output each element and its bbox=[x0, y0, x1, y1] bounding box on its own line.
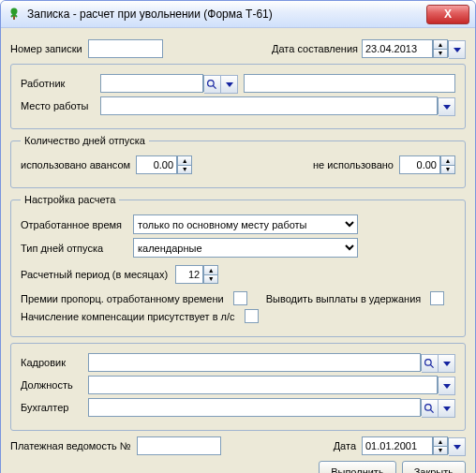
calc-settings-group: Настройка расчета Отработанное время тол… bbox=[10, 194, 466, 337]
period-label: Расчетный период (в месяцах) bbox=[21, 269, 168, 280]
comp-checkbox[interactable] bbox=[245, 309, 259, 323]
record-number-input[interactable] bbox=[88, 39, 163, 58]
bonus-label: Премии пропорц. отработанному времени bbox=[21, 293, 224, 304]
dialog-window: Записка - расчет при увольнении (Форма Т… bbox=[0, 0, 476, 473]
position-dropdown-button[interactable] bbox=[439, 377, 455, 395]
used-advance-spinner[interactable]: ▲▼ bbox=[177, 155, 192, 174]
close-form-button[interactable]: Закрыть bbox=[402, 461, 466, 473]
chevron-down-icon bbox=[443, 384, 451, 389]
calc-settings-legend: Настройка расчета bbox=[21, 194, 119, 205]
svg-point-6 bbox=[425, 404, 432, 410]
workplace-input[interactable] bbox=[100, 96, 438, 115]
used-advance-input[interactable]: 0.00 bbox=[136, 155, 177, 174]
date-spinner[interactable]: ▲▼ bbox=[433, 39, 448, 58]
signers-group: Кадровик Должность Бухгалтер bbox=[10, 343, 466, 431]
footer-date-label: Дата bbox=[334, 440, 356, 451]
worker-dropdown-button[interactable] bbox=[221, 75, 238, 94]
window-title: Записка - расчет при увольнении (Форма Т… bbox=[27, 7, 426, 21]
search-icon bbox=[206, 79, 218, 91]
kadrovik-label: Кадровик bbox=[21, 357, 88, 368]
period-spinner[interactable]: ▲▼ bbox=[203, 265, 218, 284]
unused-input[interactable]: 0.00 bbox=[399, 155, 440, 174]
bonus-checkbox[interactable] bbox=[233, 291, 247, 305]
search-icon bbox=[424, 358, 436, 370]
creation-date-label: Дата составления bbox=[272, 43, 358, 54]
chevron-down-icon bbox=[443, 406, 451, 411]
day-type-select[interactable]: календарные bbox=[133, 238, 358, 258]
position-input[interactable] bbox=[88, 376, 438, 394]
accountant-label: Бухгалтер bbox=[21, 402, 88, 413]
unused-spinner[interactable]: ▲▼ bbox=[440, 155, 455, 174]
chevron-down-icon bbox=[443, 362, 451, 366]
workplace-label: Место работы bbox=[21, 100, 100, 111]
execute-button[interactable]: Выполнить bbox=[319, 461, 395, 473]
period-input[interactable]: 12 bbox=[175, 265, 203, 284]
deductions-checkbox[interactable] bbox=[430, 291, 444, 305]
used-advance-label: использовано авансом bbox=[21, 159, 130, 170]
svg-point-2 bbox=[208, 80, 215, 86]
unused-label: не использовано bbox=[313, 159, 394, 170]
footer-date-input[interactable]: 01.01.2001 bbox=[362, 436, 433, 455]
worked-time-label: Отработанное время bbox=[21, 219, 133, 230]
chevron-down-icon bbox=[443, 105, 451, 110]
workplace-dropdown-button[interactable] bbox=[439, 97, 455, 116]
chevron-down-icon bbox=[226, 82, 233, 87]
search-icon bbox=[424, 403, 436, 415]
worker-label: Работник bbox=[21, 78, 100, 89]
day-type-label: Тип дней отпуска bbox=[21, 243, 133, 254]
vacation-days-legend: Количество дней отпуска bbox=[21, 135, 149, 146]
footer-date-dropdown-button[interactable] bbox=[449, 437, 466, 456]
close-icon: X bbox=[444, 7, 452, 21]
accountant-input[interactable] bbox=[88, 398, 421, 417]
payroll-label: Платежная ведомость № bbox=[10, 440, 131, 451]
position-label: Должность bbox=[21, 379, 88, 391]
svg-line-5 bbox=[430, 364, 433, 367]
payroll-input[interactable] bbox=[137, 436, 221, 455]
svg-line-7 bbox=[430, 409, 433, 412]
svg-point-4 bbox=[425, 359, 432, 365]
chevron-down-icon bbox=[454, 445, 461, 450]
vacation-days-group: Количество дней отпуска использовано ава… bbox=[10, 135, 466, 188]
record-number-label: Номер записки bbox=[10, 43, 82, 54]
comp-label: Начисление компенсации присутствует в л/… bbox=[21, 311, 235, 322]
kadrovik-dropdown-button[interactable] bbox=[439, 354, 455, 373]
form-body: Номер записки Дата составления 23.04.201… bbox=[1, 28, 475, 473]
kadrovik-input[interactable] bbox=[88, 353, 421, 372]
app-icon bbox=[7, 7, 22, 22]
titlebar[interactable]: Записка - расчет при увольнении (Форма Т… bbox=[1, 1, 475, 28]
kadrovik-search-button[interactable] bbox=[422, 354, 439, 373]
accountant-search-button[interactable] bbox=[422, 399, 439, 418]
creation-date-input[interactable]: 23.04.2013 bbox=[362, 39, 433, 58]
date-dropdown-button[interactable] bbox=[449, 40, 466, 59]
worker-lookup-input[interactable] bbox=[100, 74, 203, 93]
accountant-dropdown-button[interactable] bbox=[439, 399, 455, 418]
worker-search-button[interactable] bbox=[204, 75, 221, 94]
footer-date-spinner[interactable]: ▲▼ bbox=[433, 436, 448, 455]
svg-line-3 bbox=[213, 85, 216, 88]
employee-group: Работник Место работы bbox=[10, 64, 466, 129]
close-button[interactable]: X bbox=[426, 5, 469, 24]
deductions-label: Выводить выплаты в удержания bbox=[266, 293, 422, 304]
chevron-down-icon bbox=[454, 48, 461, 52]
worked-time-select[interactable]: только по основному месту работы bbox=[133, 214, 358, 234]
worker-name-display[interactable] bbox=[244, 74, 455, 93]
